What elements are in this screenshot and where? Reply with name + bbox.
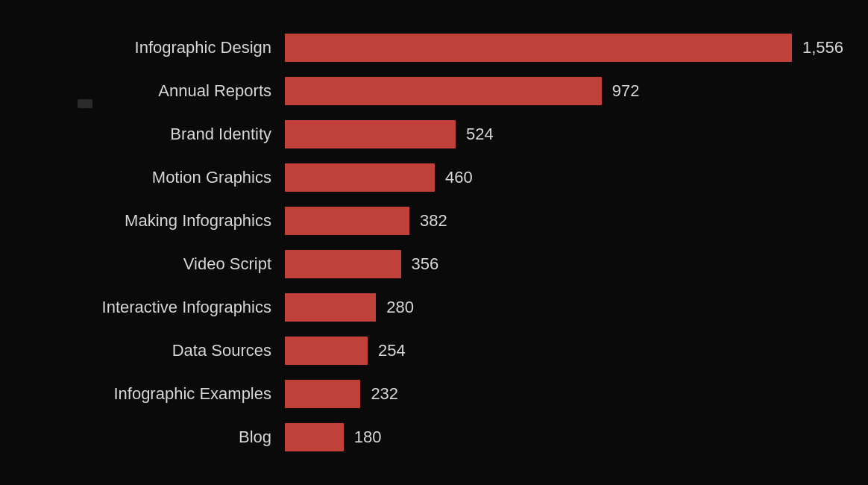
bar-label: Infographic Examples <box>31 384 285 404</box>
bar-label: Annual Reports <box>31 81 285 101</box>
bar-label: Blog <box>31 428 285 447</box>
bar-wrapper: 524 <box>285 120 829 148</box>
bar-wrapper: 382 <box>285 207 829 235</box>
bar-label: Video Script <box>31 254 285 274</box>
bar <box>285 120 456 148</box>
bar <box>285 293 376 322</box>
bar-value: 254 <box>378 341 406 360</box>
bar-value: 180 <box>354 428 382 447</box>
bar-label: Brand Identity <box>31 125 285 144</box>
bar <box>285 77 602 105</box>
bar-row: Infographic Examples232 <box>31 375 829 413</box>
bar-wrapper: 460 <box>285 163 829 192</box>
bar <box>285 207 409 235</box>
bar-label: Infographic Design <box>31 38 285 57</box>
bar-value: 232 <box>371 384 398 404</box>
bar-row: Infographic Design1,556 <box>31 28 829 67</box>
bar-row: Annual Reports972 <box>31 72 829 110</box>
bar-row: Making Infographics382 <box>31 201 829 240</box>
bar-value: 972 <box>612 81 640 101</box>
bar-wrapper: 254 <box>285 337 829 365</box>
bar-chart: Infographic Design1,556Annual Reports972… <box>24 11 844 474</box>
bar-wrapper: 972 <box>285 77 829 105</box>
bar-label: Data Sources <box>31 341 285 360</box>
bar-row: Interactive Infographics280 <box>31 288 829 327</box>
bar <box>285 250 401 278</box>
bar-row: Motion Graphics460 <box>31 158 829 197</box>
bar-wrapper: 356 <box>285 250 829 278</box>
bar <box>285 337 368 365</box>
bar-label: Interactive Infographics <box>31 298 285 317</box>
bar-value: 460 <box>445 168 473 187</box>
bar-label: Making Infographics <box>31 211 285 231</box>
bar-wrapper: 232 <box>285 380 829 408</box>
chart-container: Infographic Design1,556Annual Reports972… <box>0 0 868 485</box>
bar-row: Brand Identity524 <box>31 115 829 154</box>
bar-wrapper: 180 <box>285 423 829 451</box>
bar-value: 1,556 <box>802 38 843 57</box>
bar <box>285 163 435 192</box>
bar-label: Motion Graphics <box>31 168 285 187</box>
bar-value: 382 <box>420 211 447 231</box>
bar-wrapper: 280 <box>285 293 829 322</box>
bar <box>285 423 344 451</box>
bar-row: Data Sources254 <box>31 331 829 370</box>
bar <box>285 380 360 408</box>
bar-value: 524 <box>466 125 494 144</box>
tooltip <box>78 99 92 108</box>
bar-value: 356 <box>412 254 439 274</box>
bar-value: 280 <box>386 298 414 317</box>
bar-row: Blog180 <box>31 418 829 457</box>
bar <box>285 34 792 62</box>
bar-wrapper: 1,556 <box>285 34 843 62</box>
bar-row: Video Script356 <box>31 245 829 284</box>
